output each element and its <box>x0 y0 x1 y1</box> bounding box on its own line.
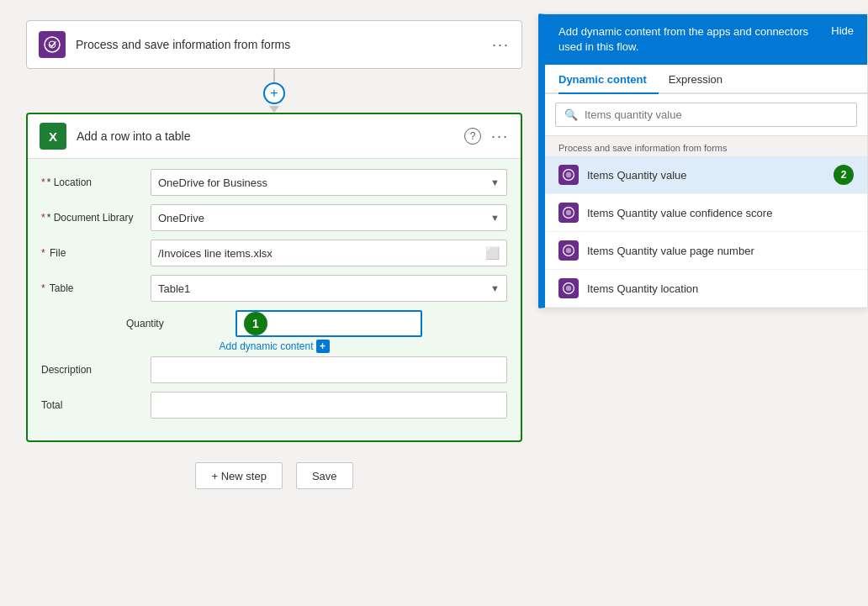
svg-point-0 <box>45 37 60 52</box>
excel-icon: X <box>40 123 66 150</box>
file-label: * File <box>41 247 151 259</box>
action-card-body: ** Location OneDrive for Business ▼ ** D… <box>28 159 521 440</box>
location-row: ** Location OneDrive for Business ▼ <box>41 169 507 196</box>
location-value: OneDrive for Business <box>158 177 267 189</box>
trigger-title: Process and save information from forms <box>76 38 492 51</box>
save-button[interactable]: Save <box>296 462 353 489</box>
doc-library-arrow: ▼ <box>490 213 500 223</box>
location-label: ** Location <box>41 177 151 188</box>
file-row: * File /Invoices line items.xlsx ⬜ <box>41 240 507 266</box>
tab-dynamic-content[interactable]: Dynamic content <box>558 65 659 94</box>
total-label: Total <box>41 399 151 411</box>
doc-library-value: OneDrive <box>158 212 204 224</box>
quantity-input-container: 1 <box>236 310 422 337</box>
description-row: Description <box>41 356 507 383</box>
table-dropdown[interactable]: Table1 ▼ <box>151 275 507 302</box>
action-card: X Add a row into a table ? ··· ** Locati… <box>26 113 522 442</box>
total-input[interactable] <box>151 392 507 419</box>
hide-panel-button[interactable]: Hide <box>831 24 854 37</box>
description-input[interactable] <box>151 356 507 383</box>
search-box: 🔍 <box>555 103 857 127</box>
location-dropdown[interactable]: OneDrive for Business ▼ <box>151 169 507 196</box>
dynamic-item-label-0: Items Quantity value <box>587 169 825 182</box>
step-connector: + <box>263 69 285 113</box>
action-card-title: Add a row into a table <box>77 129 464 143</box>
dynamic-content-panel: Add dynamic content from the apps and co… <box>538 13 868 308</box>
table-row: * Table Table1 ▼ <box>41 275 507 302</box>
svg-point-9 <box>566 286 571 291</box>
dynamic-item-1[interactable]: Items Quantity value confidence score <box>545 194 867 232</box>
new-step-button[interactable]: + New step <box>195 462 282 489</box>
dynamic-item-label-1: Items Quantity value confidence score <box>587 207 854 219</box>
panel-tabs: Dynamic content Expression <box>545 65 867 94</box>
panel-header-text: Add dynamic content from the apps and co… <box>558 24 811 55</box>
panel-search: 🔍 <box>545 94 867 136</box>
panel-header: Add dynamic content from the apps and co… <box>545 14 867 65</box>
total-row: Total <box>41 392 507 419</box>
add-dynamic-plus-icon: + <box>316 340 330 353</box>
doc-library-dropdown[interactable]: OneDrive ▼ <box>151 204 507 231</box>
table-value: Table1 <box>158 282 190 295</box>
trigger-icon <box>39 31 66 58</box>
section-label: Process and save information from forms <box>545 136 867 156</box>
add-step-button[interactable]: + <box>263 82 285 104</box>
file-browse-icon: ⬜ <box>485 246 500 260</box>
document-library-row: ** Document Library OneDrive ▼ <box>41 204 507 231</box>
add-dynamic-label: Add dynamic content <box>219 340 313 352</box>
bottom-buttons: + New step Save <box>195 462 352 489</box>
location-arrow: ▼ <box>490 177 500 187</box>
quantity-input-row: Quantity 1 <box>126 310 422 337</box>
tab-expression[interactable]: Expression <box>669 65 734 94</box>
trigger-card: Process and save information from forms … <box>26 20 522 69</box>
quantity-row: Quantity 1 Add dynamic content <box>41 310 507 353</box>
svg-point-5 <box>566 210 571 215</box>
quantity-label: Quantity <box>126 318 236 329</box>
dynamic-item-icon-3 <box>558 278 579 298</box>
action-menu[interactable]: ··· <box>491 128 509 145</box>
connector-arrow <box>269 106 279 113</box>
step-badge-1: 1 <box>244 312 267 335</box>
badge-2: 2 <box>834 165 854 185</box>
file-value: /Invoices line items.xlsx <box>158 247 273 260</box>
help-icon[interactable]: ? <box>464 128 481 145</box>
table-label: * Table <box>41 282 151 294</box>
trigger-menu[interactable]: ··· <box>492 36 510 54</box>
quantity-input[interactable] <box>273 318 414 330</box>
dynamic-item-icon-1 <box>558 203 579 223</box>
action-card-header: X Add a row into a table ? ··· <box>28 114 521 159</box>
dynamic-item-2[interactable]: Items Quantity value page number <box>545 232 867 270</box>
search-input[interactable] <box>585 108 848 121</box>
dynamic-item-label-3: Items Quantity location <box>587 282 854 295</box>
dynamic-item-icon-2 <box>558 240 579 261</box>
connector-line <box>273 69 275 82</box>
table-arrow: ▼ <box>490 283 500 293</box>
doc-library-label: ** Document Library <box>41 212 151 224</box>
file-input[interactable]: /Invoices line items.xlsx ⬜ <box>151 240 507 266</box>
add-dynamic-row: Add dynamic content + <box>219 340 329 353</box>
dynamic-item-0[interactable]: Items Quantity value 2 <box>545 156 867 194</box>
card-actions: ? ··· <box>464 128 509 145</box>
excel-x-label: X <box>49 129 57 144</box>
search-icon: 🔍 <box>564 108 578 121</box>
dynamic-item-label-2: Items Quantity value page number <box>587 245 854 257</box>
svg-point-3 <box>566 172 571 177</box>
dynamic-item-3[interactable]: Items Quantity location <box>545 270 867 308</box>
add-dynamic-content-link[interactable]: Add dynamic content + <box>219 340 329 353</box>
dynamic-item-icon-0 <box>558 165 579 185</box>
description-label: Description <box>41 364 151 376</box>
svg-point-7 <box>566 248 571 253</box>
